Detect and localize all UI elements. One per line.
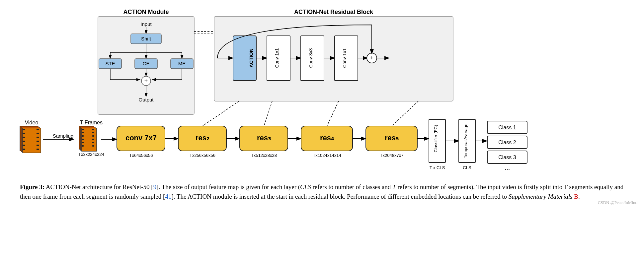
- svg-text:Shift: Shift: [141, 36, 151, 41]
- svg-rect-76: [92, 129, 94, 130]
- svg-rect-63: [37, 149, 39, 150]
- svg-rect-75: [82, 145, 84, 147]
- svg-text:Tx512x28x28: Tx512x28x28: [251, 153, 277, 158]
- svg-text:T Frames: T Frames: [80, 120, 103, 125]
- watermark: CSDN @PeaceInMind: [598, 200, 637, 205]
- svg-rect-114: [487, 136, 527, 149]
- svg-rect-15: [171, 59, 193, 69]
- svg-rect-79: [92, 139, 94, 140]
- main-container: ACTION Module Input Shift STE CE: [0, 0, 644, 208]
- svg-text:+: +: [144, 78, 148, 84]
- diagram-wrapper: ACTION Module Input Shift STE CE: [13, 7, 644, 176]
- svg-rect-54: [23, 137, 25, 138]
- svg-text:Temporal Average: Temporal Average: [463, 124, 468, 159]
- svg-text:Conv 1x1: Conv 1x1: [342, 48, 347, 68]
- svg-text:Sampling: Sampling: [53, 133, 74, 139]
- diagram-svg: ACTION Module Input Shift STE CE: [13, 7, 644, 176]
- svg-rect-92: [240, 126, 288, 151]
- svg-rect-49: [20, 126, 38, 151]
- figure-label: Figure 3:: [20, 183, 44, 190]
- svg-rect-33: [233, 36, 256, 81]
- caption-red-b: B: [574, 193, 578, 200]
- svg-rect-51: [23, 128, 41, 153]
- svg-rect-57: [23, 149, 25, 150]
- svg-text:Conv 3x3: Conv 3x3: [308, 48, 313, 68]
- svg-rect-62: [37, 145, 39, 146]
- caption-text7: .: [578, 193, 580, 200]
- svg-text:Input: Input: [140, 21, 152, 27]
- ref1: 9: [153, 183, 157, 190]
- svg-rect-36: [267, 36, 290, 81]
- svg-rect-70: [82, 129, 84, 130]
- svg-rect-72: [82, 135, 84, 137]
- caption-italic: Supplementary Materials: [509, 193, 573, 200]
- svg-rect-59: [37, 133, 39, 134]
- caption-text3: refers to number of classes and: [311, 183, 392, 190]
- caption-text5: ]. The ACTION module is inserted at the …: [171, 193, 508, 200]
- svg-text:Output: Output: [138, 97, 154, 102]
- svg-text:...: ...: [505, 164, 510, 171]
- svg-line-120: [264, 101, 272, 126]
- svg-rect-81: [92, 145, 94, 147]
- svg-rect-0: [98, 17, 194, 114]
- svg-rect-68: [80, 127, 95, 150]
- svg-text:+: +: [370, 55, 374, 61]
- svg-text:Tx1024x14x14: Tx1024x14x14: [313, 153, 341, 158]
- svg-text:ME: ME: [178, 61, 186, 66]
- svg-rect-60: [37, 137, 39, 138]
- caption-text2: ]. The size of output feature map is giv…: [156, 183, 300, 190]
- svg-text:CLS: CLS: [463, 165, 471, 170]
- svg-text:STE: STE: [105, 61, 115, 66]
- svg-rect-73: [82, 139, 84, 140]
- math-cls: CLS: [300, 183, 311, 190]
- svg-point-22: [141, 76, 151, 86]
- svg-rect-69: [82, 128, 97, 151]
- svg-rect-78: [92, 135, 94, 137]
- svg-rect-39: [301, 36, 324, 81]
- svg-rect-42: [335, 36, 358, 81]
- svg-text:res₄: res₄: [320, 134, 334, 142]
- svg-text:res₂: res₂: [196, 134, 209, 142]
- svg-rect-13: [135, 59, 157, 69]
- svg-text:Class 1: Class 1: [498, 125, 516, 130]
- svg-text:Tx3x224x224: Tx3x224x224: [78, 152, 104, 157]
- svg-rect-58: [37, 129, 39, 130]
- svg-text:Tx64x56x56: Tx64x56x56: [129, 153, 153, 158]
- math-t: T: [392, 183, 396, 190]
- svg-rect-100: [366, 126, 417, 151]
- svg-rect-52: [23, 129, 25, 130]
- svg-rect-116: [487, 151, 527, 164]
- svg-line-119: [202, 101, 239, 126]
- svg-rect-67: [79, 126, 94, 149]
- svg-text:Tx256x56x56: Tx256x56x56: [190, 153, 215, 158]
- svg-rect-84: [117, 126, 165, 151]
- svg-text:Classifier (FC): Classifier (FC): [433, 125, 438, 152]
- svg-text:Video: Video: [25, 120, 39, 125]
- svg-rect-55: [23, 141, 25, 142]
- svg-rect-80: [92, 142, 94, 143]
- svg-text:Conv 1x1: Conv 1x1: [274, 48, 280, 68]
- svg-rect-96: [301, 126, 353, 151]
- svg-rect-77: [92, 132, 94, 133]
- svg-rect-53: [23, 133, 25, 134]
- svg-text:ACTION-Net Residual Block: ACTION-Net Residual Block: [294, 9, 373, 15]
- svg-text:res₃: res₃: [257, 134, 271, 142]
- svg-rect-74: [82, 142, 84, 143]
- svg-line-121: [327, 101, 339, 126]
- svg-text:Tx2048x7x7: Tx2048x7x7: [380, 153, 404, 158]
- caption-area: Figure 3: ACTION-Net architecture for Re…: [13, 182, 631, 201]
- svg-text:CE: CE: [143, 61, 150, 66]
- svg-rect-30: [214, 17, 453, 101]
- svg-rect-61: [37, 141, 39, 142]
- svg-text:res₅: res₅: [385, 134, 399, 142]
- svg-text:Class 2: Class 2: [498, 140, 516, 145]
- svg-text:Class 3: Class 3: [498, 155, 516, 160]
- svg-rect-104: [429, 119, 445, 163]
- svg-rect-71: [82, 132, 84, 133]
- svg-rect-11: [99, 59, 121, 69]
- svg-text:ACTION: ACTION: [248, 48, 254, 68]
- svg-rect-56: [23, 145, 25, 146]
- svg-point-45: [367, 53, 377, 63]
- svg-text:conv 7x7: conv 7x7: [125, 134, 157, 142]
- svg-rect-108: [459, 119, 475, 163]
